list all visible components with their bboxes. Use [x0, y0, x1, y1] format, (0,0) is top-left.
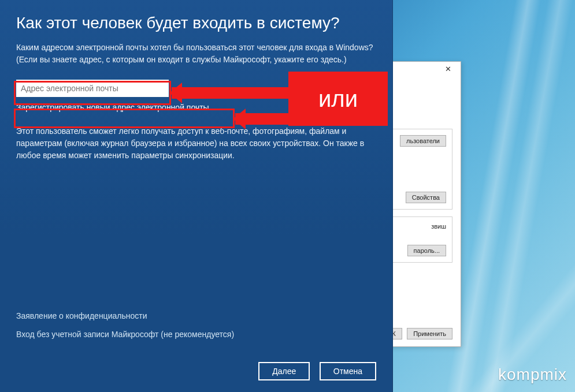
dialog-title: Как этот человек будет входить в систему…	[16, 14, 376, 32]
hint-text: звиш	[431, 223, 446, 230]
properties-button[interactable]: Свойства	[406, 192, 446, 203]
cancel-button[interactable]: Отмена	[320, 362, 376, 380]
privacy-statement-link[interactable]: Заявление о конфиденциальности	[16, 311, 234, 320]
annotation-label-or: или	[288, 72, 388, 126]
users-tab[interactable]: льзователи	[400, 135, 446, 147]
register-new-email-link[interactable]: Зарегистрировать новый адрес электронной…	[16, 103, 209, 112]
dialog-description: Этот пользователь сможет легко получать …	[16, 125, 376, 162]
password-button[interactable]: пароль...	[407, 245, 446, 256]
dialog-intro: Каким адресом электронной почты хотел бы…	[16, 42, 376, 66]
annotation-arrow-bottom	[235, 113, 288, 125]
apply-button[interactable]: Применить	[407, 328, 452, 339]
email-input[interactable]	[16, 80, 169, 97]
sign-in-without-ms-account-link[interactable]: Вход без учетной записи Майкрософт (не р…	[16, 330, 234, 339]
add-user-dialog: Как этот человек будет входить в систему…	[0, 0, 393, 392]
annotation-arrow-top	[172, 87, 288, 99]
watermark: kompmix	[498, 365, 567, 384]
close-icon[interactable]: ✕	[436, 63, 459, 76]
next-button[interactable]: Далее	[258, 362, 310, 380]
